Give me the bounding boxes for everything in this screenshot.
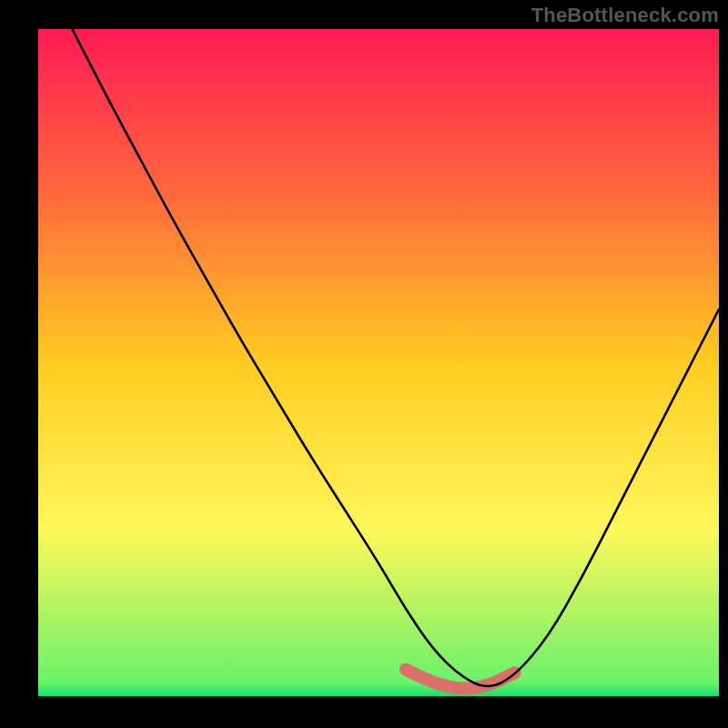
- bottleneck-chart: [0, 0, 728, 728]
- chart-background: [38, 29, 719, 696]
- watermark-text: TheBottleneck.com: [531, 4, 719, 27]
- chart-frame: TheBottleneck.com: [0, 0, 728, 728]
